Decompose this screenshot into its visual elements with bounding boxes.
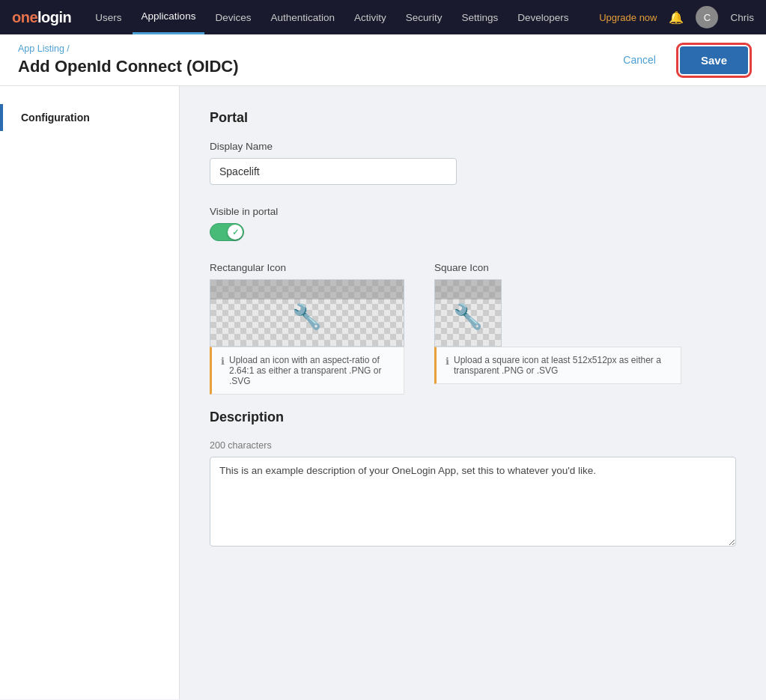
portal-section: Portal Display Name Visible in portal ✓: [210, 110, 736, 395]
upgrade-button[interactable]: Upgrade now: [599, 12, 657, 23]
page-title: Add OpenId Connect (OIDC): [18, 57, 239, 76]
rectangular-icon-preview[interactable]: 🔧: [210, 279, 404, 347]
page-header: App Listing / Add OpenId Connect (OIDC) …: [0, 34, 766, 86]
toggle-container: ✓: [210, 223, 736, 241]
rectangular-icon-group: Rectangular Icon 🔧 ℹ Upload an icon with…: [210, 262, 404, 395]
sidebar: Configuration: [0, 86, 180, 699]
nav-item-developers[interactable]: Developers: [508, 0, 577, 34]
description-section-title: Description: [210, 410, 736, 425]
nav-right: Upgrade now 🔔 C Chris: [599, 6, 754, 28]
sidebar-item-label: Configuration: [21, 112, 90, 124]
portal-section-title: Portal: [210, 110, 736, 126]
nav-item-authentication[interactable]: Authentication: [261, 0, 344, 34]
visible-in-portal-group: Visible in portal ✓: [210, 206, 736, 241]
toggle-track: ✓: [210, 223, 244, 241]
display-name-input[interactable]: [210, 158, 457, 185]
navbar: onelogin Users Applications Devices Auth…: [0, 0, 766, 34]
avatar: C: [696, 6, 718, 28]
nav-item-devices[interactable]: Devices: [206, 0, 260, 34]
nav-item-settings[interactable]: Settings: [453, 0, 508, 34]
char-count: 200 characters: [210, 440, 736, 451]
visible-in-portal-label: Visible in portal: [210, 206, 736, 217]
user-name[interactable]: Chris: [730, 12, 754, 23]
nav-items: Users Applications Devices Authenticatio…: [86, 0, 599, 34]
description-textarea[interactable]: This is an example description of your O…: [210, 457, 736, 547]
header-left: App Listing / Add OpenId Connect (OIDC): [18, 43, 239, 76]
square-icon-label: Square Icon: [434, 262, 681, 273]
square-icon-overlay: [435, 280, 501, 299]
icon-preview-overlay: [210, 280, 404, 299]
nav-item-activity[interactable]: Activity: [345, 0, 395, 34]
sidebar-item-configuration[interactable]: Configuration: [0, 104, 179, 131]
info-icon: ℹ: [221, 356, 225, 367]
nav-item-applications[interactable]: Applications: [133, 0, 205, 34]
wrench-icon: 🔧: [292, 302, 322, 331]
nav-item-security[interactable]: Security: [397, 0, 452, 34]
rectangular-icon-label: Rectangular Icon: [210, 262, 404, 273]
display-name-group: Display Name: [210, 141, 736, 185]
display-name-label: Display Name: [210, 141, 736, 152]
save-button[interactable]: Save: [680, 46, 748, 74]
logo[interactable]: onelogin: [12, 9, 71, 26]
toggle-thumb: ✓: [228, 225, 243, 240]
main-layout: Configuration Portal Display Name Visibl…: [0, 86, 766, 699]
breadcrumb[interactable]: App Listing /: [18, 43, 239, 54]
square-icon-group: Square Icon 🔧 ℹ Upload a square icon at …: [434, 262, 681, 395]
bell-icon[interactable]: 🔔: [669, 10, 684, 25]
header-actions: Cancel Save: [611, 46, 748, 74]
content-area: Portal Display Name Visible in portal ✓: [180, 86, 766, 699]
cancel-button[interactable]: Cancel: [611, 48, 668, 72]
square-info-icon: ℹ: [446, 356, 449, 367]
description-section: Description 200 characters This is an ex…: [210, 410, 736, 549]
square-wrench-icon: 🔧: [453, 302, 483, 331]
rectangular-icon-hint-text: Upload an icon with an aspect-ratio of 2…: [229, 355, 395, 386]
toggle-check-icon: ✓: [232, 228, 239, 237]
icons-row: Rectangular Icon 🔧 ℹ Upload an icon with…: [210, 262, 736, 395]
square-icon-preview[interactable]: 🔧: [434, 279, 502, 347]
rectangular-icon-hint: ℹ Upload an icon with an aspect-ratio of…: [210, 347, 404, 395]
nav-item-users[interactable]: Users: [86, 0, 130, 34]
visible-in-portal-toggle[interactable]: ✓: [210, 223, 244, 241]
square-icon-hint-text: Upload a square icon at least 512x512px …: [454, 355, 672, 376]
square-icon-hint: ℹ Upload a square icon at least 512x512p…: [434, 347, 681, 384]
